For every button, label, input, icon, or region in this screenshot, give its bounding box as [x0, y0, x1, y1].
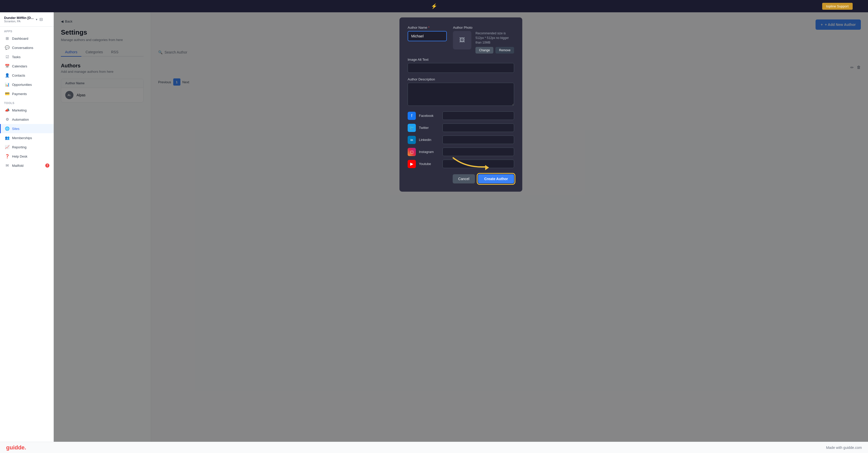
workspace-sub: Scranton, PA [4, 20, 34, 23]
reporting-icon: 📈 [5, 145, 9, 149]
content-area: ◀ Back Settings Manage authors and categ… [54, 12, 868, 442]
mailfold-icon: ✉ [5, 163, 9, 168]
marketing-icon: 📣 [5, 108, 9, 112]
sidebar-item-automation[interactable]: ⚙ Automation [0, 115, 54, 124]
create-author-modal: Author Name * Author Photo 🖼 [399, 18, 522, 192]
sidebar-item-label: Contacts [12, 74, 25, 77]
twitter-label: Twitter [419, 126, 439, 130]
footer: guidde. Made with guidde.com [0, 442, 868, 453]
sidebar-item-label: Automation [12, 118, 29, 121]
sidebar-item-label: Mailfold [12, 164, 24, 168]
sidebar-item-label: Dashboard [12, 37, 28, 40]
instagram-icon: ◻ [408, 148, 416, 156]
lightning-icon: ⚡ [431, 3, 437, 9]
workspace-selector[interactable]: Dunder Mifflin [D... Scranton, PA ▾ ⊟ [0, 12, 54, 27]
sidebar-item-memberships[interactable]: 👥 Memberships [0, 133, 54, 142]
modal-footer: Cancel Create Author [408, 174, 514, 183]
conversations-icon: 💬 [5, 45, 9, 50]
photo-placeholder: 🖼 [453, 31, 471, 50]
sidebar-item-calendars[interactable]: 📅 Calendars [0, 61, 54, 71]
sidebar-item-sites[interactable]: 🌐 Sites [0, 124, 54, 133]
top-bar: ⚡ topline Support [0, 0, 868, 12]
image-alt-label: Image Alt Text [408, 58, 514, 61]
instagram-label: Instagram [419, 150, 439, 154]
description-label: Author Description [408, 77, 514, 81]
sidebar-item-label: Reporting [12, 145, 26, 149]
tools-section-label: Tools [0, 98, 54, 106]
sidebar-item-label: Marketing [12, 108, 27, 112]
sidebar-item-marketing[interactable]: 📣 Marketing [0, 106, 54, 115]
sidebar-toggle-icon[interactable]: ⊟ [39, 17, 43, 22]
twitter-icon: 🐦 [408, 124, 416, 132]
support-button[interactable]: topline Support [822, 3, 852, 10]
sidebar-item-label: Opportunities [12, 83, 32, 87]
youtube-input[interactable] [442, 160, 514, 168]
cancel-button[interactable]: Cancel [453, 174, 475, 183]
tasks-icon: ☑ [5, 55, 9, 59]
helpdesk-icon: ❓ [5, 154, 9, 159]
photo-hint: Recommended size is 512px * 512px no big… [475, 31, 514, 45]
sidebar-item-label: Memberships [12, 136, 32, 140]
chevron-down-icon: ▾ [36, 18, 37, 21]
sidebar-item-label: Conversations [12, 46, 33, 50]
sidebar-item-label: Payments [12, 92, 27, 96]
linkedin-icon: in [408, 136, 416, 144]
linkedin-row: in Linkedin [408, 136, 514, 144]
author-photo-section: 🖼 Recommended size is 512px * 512px no b… [453, 31, 514, 54]
opportunities-icon: 📊 [5, 82, 9, 87]
social-fields: f Facebook 🐦 Twitter in Linkedin [408, 111, 514, 168]
required-indicator: * [428, 26, 429, 29]
modal-overlay[interactable]: Author Name * Author Photo 🖼 [54, 12, 868, 442]
payments-icon: 💳 [5, 91, 9, 96]
workspace-name: Dunder Mifflin [D... [4, 16, 34, 20]
sites-icon: 🌐 [5, 126, 9, 131]
facebook-input[interactable] [442, 111, 514, 120]
twitter-input[interactable] [442, 123, 514, 132]
sidebar-item-label: Help Desk [12, 154, 27, 158]
youtube-row: ▶ Youtube [408, 160, 514, 168]
sidebar-item-label: Tasks [12, 55, 21, 59]
sidebar-item-label: Sites [12, 127, 20, 131]
youtube-icon: ▶ [408, 160, 416, 168]
sidebar-item-tasks[interactable]: ☑ Tasks [0, 52, 54, 61]
sidebar-item-label: Calendars [12, 64, 27, 68]
remove-photo-button[interactable]: Remove [495, 47, 514, 54]
dashboard-icon: ⊞ [5, 36, 9, 41]
automation-icon: ⚙ [5, 117, 9, 122]
sidebar-item-conversations[interactable]: 💬 Conversations [0, 43, 54, 52]
sidebar-item-dashboard[interactable]: ⊞ Dashboard [0, 34, 54, 43]
twitter-row: 🐦 Twitter [408, 123, 514, 132]
contacts-icon: 👤 [5, 73, 9, 78]
author-name-input[interactable] [408, 31, 447, 41]
guidde-logo: guidde. [6, 444, 26, 451]
facebook-row: f Facebook [408, 111, 514, 120]
instagram-input[interactable] [442, 148, 514, 156]
author-name-label: Author Name * [408, 26, 447, 29]
linkedin-label: Linkedin [419, 138, 439, 142]
create-author-button[interactable]: Create Author [478, 174, 514, 183]
sidebar-item-opportunities[interactable]: 📊 Opportunities [0, 80, 54, 89]
footer-tagline: Made with guidde.com [826, 446, 862, 450]
sidebar-item-contacts[interactable]: 👤 Contacts [0, 71, 54, 80]
mailfold-badge: 7 [45, 164, 50, 168]
sidebar-item-helpdesk[interactable]: ❓ Help Desk [0, 152, 54, 161]
sidebar-item-reporting[interactable]: 📈 Reporting [0, 142, 54, 152]
memberships-icon: 👥 [5, 136, 9, 140]
instagram-row: ◻ Instagram [408, 148, 514, 156]
facebook-icon: f [408, 112, 416, 120]
photo-buttons: Change Remove [475, 47, 514, 54]
image-icon: 🖼 [459, 37, 465, 44]
change-photo-button[interactable]: Change [475, 47, 493, 54]
author-photo-label: Author Photo [453, 26, 514, 29]
youtube-label: Youtube [419, 162, 439, 166]
description-textarea[interactable] [408, 83, 514, 106]
sidebar-item-payments[interactable]: 💳 Payments [0, 89, 54, 98]
calendars-icon: 📅 [5, 64, 9, 68]
sidebar-item-mailfold[interactable]: ✉ Mailfold 7 [0, 161, 54, 170]
image-alt-input[interactable] [408, 63, 514, 73]
sidebar: Dunder Mifflin [D... Scranton, PA ▾ ⊟ Ap… [0, 12, 54, 442]
linkedin-input[interactable] [442, 136, 514, 144]
facebook-label: Facebook [419, 114, 439, 118]
apps-section-label: Apps [0, 27, 54, 34]
